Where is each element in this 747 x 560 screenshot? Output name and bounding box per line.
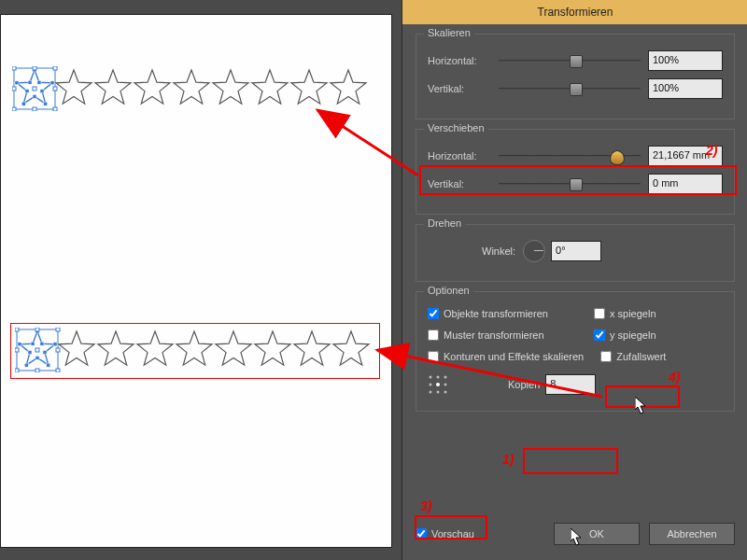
angle-dial[interactable] — [523, 240, 545, 262]
svg-rect-11 — [12, 66, 16, 70]
svg-rect-2 — [37, 80, 41, 84]
checkbox-random[interactable]: Zufallswert — [600, 351, 666, 362]
svg-point-42 — [444, 376, 447, 379]
rotate-section-label: Drehen — [424, 217, 465, 229]
scale-section: Skalieren Horizontal: 100% Vertikal: 100… — [416, 34, 735, 119]
svg-rect-28 — [28, 351, 32, 355]
svg-point-47 — [437, 391, 440, 394]
checkbox-transform-objects-label: Objekte transformieren — [444, 308, 548, 319]
star-row-upper — [12, 66, 371, 111]
checkbox-mirror-x[interactable]: x spiegeln — [594, 308, 656, 319]
move-horizontal-slider[interactable] — [499, 149, 641, 162]
svg-rect-17 — [12, 107, 16, 111]
dialog-footer: Vorschau OK Abbrechen — [416, 523, 735, 545]
svg-rect-10 — [28, 80, 32, 84]
rotate-angle-value[interactable]: 0° — [551, 241, 601, 261]
artboard — [0, 14, 392, 548]
svg-rect-32 — [35, 328, 39, 331]
checkbox-mirror-y[interactable]: y spiegeln — [594, 329, 656, 341]
svg-rect-19 — [53, 107, 57, 111]
svg-rect-6 — [33, 94, 36, 98]
svg-rect-38 — [35, 369, 39, 372]
svg-point-44 — [436, 383, 440, 386]
copies-label: Kopien — [508, 379, 540, 390]
reference-point-grid[interactable] — [428, 374, 448, 395]
ok-button[interactable]: OK — [554, 523, 640, 545]
svg-rect-3 — [50, 81, 54, 85]
svg-rect-27 — [24, 363, 28, 367]
svg-rect-24 — [43, 351, 47, 355]
svg-rect-36 — [56, 348, 60, 352]
move-vertical-label: Vertikal: — [428, 178, 491, 189]
move-section-label: Verschieben — [424, 122, 488, 133]
checkbox-scale-strokes-label: Konturen und Effekte skalieren — [444, 351, 584, 362]
svg-rect-15 — [33, 87, 36, 91]
svg-rect-9 — [15, 81, 19, 85]
move-vertical-value[interactable]: 0 mm — [648, 174, 723, 194]
svg-rect-37 — [15, 369, 19, 372]
svg-rect-39 — [56, 369, 60, 372]
svg-point-46 — [430, 391, 432, 394]
svg-rect-16 — [53, 87, 57, 91]
scale-horizontal-value[interactable]: 100% — [648, 50, 723, 71]
svg-rect-12 — [33, 66, 36, 70]
transform-dialog: Transformieren Skalieren Horizontal: 100… — [402, 0, 747, 560]
scale-vertical-value[interactable]: 100% — [648, 78, 723, 99]
options-section-label: Optionen — [424, 285, 473, 296]
rotate-section: Drehen Winkel: 0° — [416, 224, 735, 282]
cancel-button[interactable]: Abbrechen — [649, 523, 735, 545]
checkbox-mirror-y-label: y spiegeln — [610, 329, 656, 341]
svg-point-43 — [430, 384, 432, 386]
copies-value[interactable]: 8 — [545, 374, 596, 395]
checkbox-preview-label: Vorschau — [431, 528, 474, 539]
canvas-area — [0, 0, 402, 560]
dialog-title: Transformieren — [402, 0, 747, 24]
star-row-lower — [10, 323, 380, 379]
svg-rect-29 — [18, 343, 21, 346]
scale-horizontal-label: Horizontal: — [428, 55, 491, 66]
checkbox-mirror-x-label: x spiegeln — [610, 308, 656, 319]
svg-point-41 — [437, 376, 440, 379]
move-vertical-slider[interactable] — [499, 177, 641, 190]
move-horizontal-value[interactable]: 21,1667 mm — [648, 146, 723, 166]
move-section: Verschieben Horizontal: 21,1667 mm Verti… — [416, 129, 735, 215]
svg-rect-34 — [15, 348, 19, 352]
svg-rect-4 — [40, 90, 44, 93]
checkbox-transform-patterns[interactable]: Muster transformieren — [428, 329, 577, 341]
svg-rect-8 — [25, 90, 29, 93]
svg-point-48 — [444, 391, 447, 394]
svg-rect-13 — [53, 66, 57, 70]
svg-rect-35 — [35, 348, 39, 352]
scale-horizontal-slider[interactable] — [499, 54, 641, 67]
rotate-angle-label: Winkel: — [482, 245, 515, 257]
scale-section-label: Skalieren — [424, 27, 474, 38]
options-section: Optionen Objekte transformieren x spiege… — [416, 291, 735, 412]
svg-rect-14 — [12, 87, 16, 91]
svg-point-45 — [444, 384, 447, 386]
svg-rect-18 — [33, 107, 36, 111]
svg-rect-25 — [47, 363, 50, 367]
svg-rect-22 — [40, 342, 44, 345]
scale-vertical-slider[interactable] — [499, 82, 641, 95]
move-horizontal-label: Horizontal: — [428, 150, 491, 161]
svg-rect-5 — [44, 102, 48, 105]
svg-rect-33 — [56, 328, 60, 331]
scale-vertical-label: Vertikal: — [428, 83, 491, 94]
svg-rect-7 — [21, 102, 25, 105]
svg-rect-23 — [53, 343, 57, 346]
checkbox-random-label: Zufallswert — [616, 351, 666, 362]
checkbox-transform-patterns-label: Muster transformieren — [444, 329, 544, 341]
svg-rect-31 — [15, 328, 19, 331]
svg-rect-26 — [35, 356, 39, 359]
checkbox-preview[interactable]: Vorschau — [416, 528, 474, 539]
svg-rect-30 — [31, 342, 35, 345]
checkbox-scale-strokes[interactable]: Konturen und Effekte skalieren — [428, 351, 584, 362]
checkbox-transform-objects[interactable]: Objekte transformieren — [428, 308, 577, 319]
svg-point-40 — [430, 376, 432, 379]
